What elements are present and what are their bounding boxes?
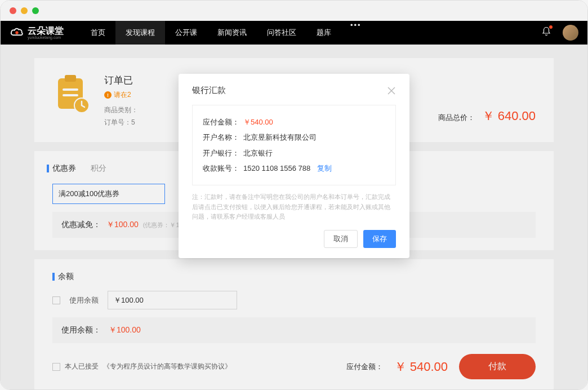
modal-account-no-label: 收款账号：	[203, 161, 243, 176]
modal-bank-row: 开户银行： 北京银行	[203, 145, 385, 161]
save-button[interactable]: 保存	[363, 230, 396, 248]
modal-amount-value: ￥540.00	[243, 114, 273, 130]
modal-bank-value: 北京银行	[243, 145, 273, 161]
modal-account-name-value: 北京昱新科技有限公司	[243, 130, 317, 145]
close-icon[interactable]	[387, 86, 396, 95]
modal-note: 注：汇款时，请在备注中写明您在我公司的用户名和本订单号，汇款完成后请点击已支付按…	[192, 192, 396, 222]
modal-overlay: 银行汇款 应付金额： ￥540.00 开户名称： 北京昱新科技有限公司 开户银行…	[1, 1, 587, 389]
modal-account-no-row: 收款账号： 1520 1108 1556 788 复制	[203, 161, 385, 176]
cancel-button[interactable]: 取消	[324, 230, 358, 248]
modal-amount-row: 应付金额： ￥540.00	[203, 114, 385, 130]
modal-account-name-label: 开户名称：	[203, 130, 243, 145]
modal-footer: 取消 保存	[192, 230, 396, 248]
modal-bank-label: 开户银行：	[203, 145, 243, 161]
copy-button[interactable]: 复制	[317, 161, 332, 176]
modal-header: 银行汇款	[192, 85, 396, 96]
modal-amount-label: 应付金额：	[203, 114, 243, 130]
bank-transfer-modal: 银行汇款 应付金额： ￥540.00 开户名称： 北京昱新科技有限公司 开户银行…	[179, 74, 409, 258]
modal-body: 应付金额： ￥540.00 开户名称： 北京昱新科技有限公司 开户银行： 北京银…	[192, 105, 396, 185]
app-window: 云朵课堂 yunduoketang.com 首页 发现课程 公开课 新闻资讯 问…	[0, 0, 588, 390]
modal-account-name-row: 开户名称： 北京昱新科技有限公司	[203, 130, 385, 145]
modal-account-no-value: 1520 1108 1556 788	[243, 161, 310, 176]
modal-title: 银行汇款	[192, 85, 226, 96]
